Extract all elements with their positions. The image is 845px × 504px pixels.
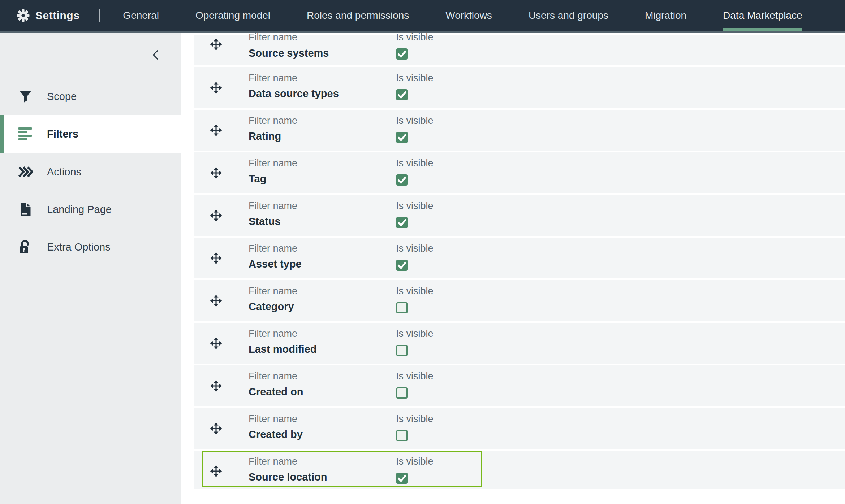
filter-row: Filter name Rating Is visible xyxy=(194,110,845,151)
filter-name-label: Filter name xyxy=(249,32,297,43)
is-visible-checkbox[interactable] xyxy=(396,302,408,313)
top-nav: Settings GeneralOperating modelRoles and… xyxy=(0,0,845,31)
settings-brand: Settings xyxy=(0,0,100,31)
nav-tab-roles-and-permissions[interactable]: Roles and permissions xyxy=(307,0,409,31)
filter-row: Filter name Source systems Is visible xyxy=(194,35,845,65)
is-visible-label: Is visible xyxy=(396,286,434,296)
filter-name-label: Filter name xyxy=(249,329,297,339)
gear-icon xyxy=(17,9,30,22)
is-visible-label: Is visible xyxy=(396,329,434,339)
move-handle-icon[interactable] xyxy=(210,295,222,307)
filter-lines-icon xyxy=(17,127,33,141)
nav-tab-users-and-groups[interactable]: Users and groups xyxy=(529,0,608,31)
sidebar-item-label: Scope xyxy=(47,91,77,103)
filter-row: Filter name Asset type Is visible xyxy=(194,238,845,278)
nav-tab-data-marketplace[interactable]: Data Marketplace xyxy=(723,0,802,31)
sidebar-item-label: Filters xyxy=(47,128,78,140)
move-handle-icon[interactable] xyxy=(210,82,222,94)
sidebar-item-extra-options[interactable]: Extra Options xyxy=(0,228,181,266)
nav-tabs: GeneralOperating modelRoles and permissi… xyxy=(123,0,802,31)
filter-name-label: Filter name xyxy=(249,371,297,382)
is-visible-checkbox[interactable] xyxy=(396,132,408,143)
is-visible-label: Is visible xyxy=(396,116,434,126)
filter-name-value: Asset type xyxy=(249,258,302,270)
filter-name-value: Source location xyxy=(249,471,327,483)
collapse-sidebar-button[interactable] xyxy=(147,46,165,64)
move-handle-icon[interactable] xyxy=(210,422,222,435)
check-icon xyxy=(396,174,408,186)
chevron-left-icon xyxy=(150,49,162,61)
move-handle-icon[interactable] xyxy=(210,252,222,264)
move-handle-icon[interactable] xyxy=(210,465,222,477)
chevrons-right-icon xyxy=(17,166,33,177)
page-title: Settings xyxy=(35,9,79,22)
is-visible-checkbox[interactable] xyxy=(396,430,408,441)
is-visible-label: Is visible xyxy=(396,73,434,83)
check-icon xyxy=(396,132,408,143)
move-handle-icon[interactable] xyxy=(210,38,222,51)
unlock-icon xyxy=(17,240,33,254)
nav-bottom-strip xyxy=(0,31,845,33)
move-handle-icon[interactable] xyxy=(210,124,222,136)
filter-row: Filter name Created on Is visible xyxy=(194,365,845,406)
sidebar-item-actions[interactable]: Actions xyxy=(0,153,181,191)
filter-row: Filter name Status Is visible xyxy=(194,195,845,236)
filter-row: Filter name Data source types Is visible xyxy=(194,67,845,108)
sidebar-menu: ScopeFiltersActionsLanding PageExtra Opt… xyxy=(0,78,181,266)
filter-name-label: Filter name xyxy=(249,158,297,169)
filter-row: Filter name Last modified Is visible xyxy=(194,323,845,364)
filter-name-label: Filter name xyxy=(249,243,297,254)
check-icon xyxy=(396,89,408,100)
filter-row: Filter name Category Is visible xyxy=(194,280,845,321)
sidebar: ScopeFiltersActionsLanding PageExtra Opt… xyxy=(0,33,181,504)
document-icon xyxy=(17,202,33,217)
move-handle-icon[interactable] xyxy=(210,380,222,392)
nav-tab-workflows[interactable]: Workflows xyxy=(445,0,492,31)
nav-tab-operating-model[interactable]: Operating model xyxy=(195,0,270,31)
sidebar-item-landing-page[interactable]: Landing Page xyxy=(0,191,181,228)
filter-name-value: Created on xyxy=(249,386,303,397)
nav-divider xyxy=(99,9,100,22)
sidebar-item-label: Extra Options xyxy=(47,241,111,253)
check-icon xyxy=(396,473,408,484)
is-visible-checkbox[interactable] xyxy=(396,174,408,186)
move-handle-icon[interactable] xyxy=(210,209,222,222)
check-icon xyxy=(396,48,408,60)
is-visible-checkbox[interactable] xyxy=(396,473,408,484)
is-visible-label: Is visible xyxy=(396,414,434,424)
filter-name-value: Data source types xyxy=(249,88,339,99)
nav-tab-migration[interactable]: Migration xyxy=(645,0,686,31)
filter-row: Filter name Tag Is visible xyxy=(194,152,845,193)
sidebar-item-label: Landing Page xyxy=(47,204,112,216)
filter-name-label: Filter name xyxy=(249,414,297,424)
selection-highlight-border xyxy=(202,451,482,487)
move-handle-icon[interactable] xyxy=(210,337,222,349)
filter-row: Filter name Source location Is visible xyxy=(194,451,845,489)
filter-name-label: Filter name xyxy=(249,201,297,211)
is-visible-checkbox[interactable] xyxy=(396,345,408,356)
filter-name-label: Filter name xyxy=(249,456,297,467)
is-visible-label: Is visible xyxy=(396,243,434,254)
filter-name-value: Last modified xyxy=(249,343,317,355)
is-visible-checkbox[interactable] xyxy=(396,217,408,228)
funnel-icon xyxy=(17,90,33,103)
filter-name-value: Category xyxy=(249,301,294,312)
filter-name-value: Source systems xyxy=(249,47,329,59)
is-visible-label: Is visible xyxy=(396,371,434,382)
filter-name-label: Filter name xyxy=(249,73,297,83)
nav-tab-general[interactable]: General xyxy=(123,0,159,31)
is-visible-checkbox[interactable] xyxy=(396,89,408,100)
is-visible-checkbox[interactable] xyxy=(396,260,408,271)
is-visible-checkbox[interactable] xyxy=(396,387,408,399)
is-visible-checkbox[interactable] xyxy=(396,48,408,60)
sidebar-item-scope[interactable]: Scope xyxy=(0,78,181,115)
sidebar-item-filters[interactable]: Filters xyxy=(0,115,181,153)
is-visible-label: Is visible xyxy=(396,201,434,211)
is-visible-label: Is visible xyxy=(396,32,434,43)
filter-name-value: Tag xyxy=(249,173,266,184)
filter-name-value: Created by xyxy=(249,429,303,440)
is-visible-label: Is visible xyxy=(396,456,434,467)
filter-name-label: Filter name xyxy=(249,116,297,126)
check-icon xyxy=(396,260,408,271)
move-handle-icon[interactable] xyxy=(210,167,222,179)
